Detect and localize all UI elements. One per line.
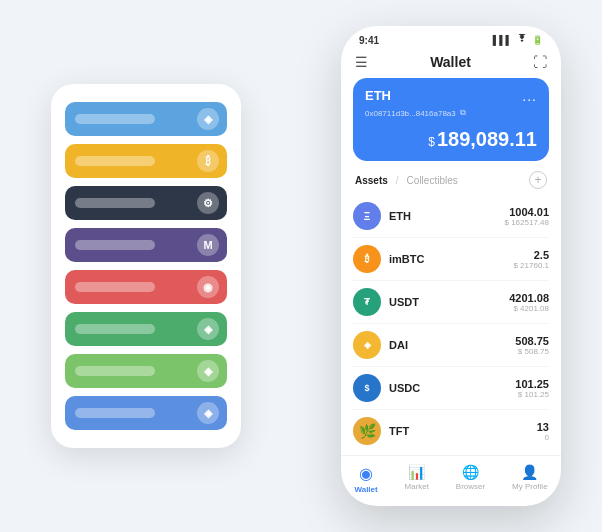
list-item[interactable]: M [65,228,227,262]
asset-amount: 101.25 [515,378,549,390]
list-item[interactable]: ◉ [65,270,227,304]
asset-symbol: USDT [389,296,509,308]
asset-amount: 13 [537,421,549,433]
status-bar: 9:41 ▌▌▌ 🔋 [341,26,561,50]
card-label [75,240,155,250]
list-item[interactable]: ₿ [65,144,227,178]
asset-amount: 2.5 [513,249,549,261]
asset-amount: 508.75 [515,335,549,347]
tab-assets[interactable]: Assets [355,175,388,186]
card-icon: ⚙ [197,192,219,214]
market-nav-label: Market [405,482,429,491]
tab-separator: / [396,175,399,186]
card-label [75,156,155,166]
asset-usd: $ 21760.1 [513,261,549,270]
usdt-icon: ₮ [353,288,381,316]
wallet-nav-label: Wallet [354,485,377,494]
status-time: 9:41 [359,35,379,46]
asset-symbol: DAI [389,339,515,351]
eth-card-name: ETH [365,88,391,103]
list-item[interactable]: ◈ [65,312,227,346]
wallet-nav-icon: ◉ [359,464,373,483]
asset-amount: 1004.01 [505,206,550,218]
wifi-icon [516,34,528,46]
eth-card-menu[interactable]: ... [522,88,537,104]
imbtc-icon: ₿ [353,245,381,273]
market-nav-icon: 📊 [408,464,425,480]
dai-icon: ◈ [353,331,381,359]
eth-card-address: 0x08711d3b...8416a78a3 ⧉ [365,108,537,118]
list-item[interactable]: ⚙ [65,186,227,220]
signal-icon: ▌▌▌ [493,35,512,45]
card-icon: ◈ [197,318,219,340]
asset-row[interactable]: Ξ ETH 1004.01 $ 162517.48 [353,195,549,238]
card-icon: ◉ [197,276,219,298]
profile-nav-label: My Profile [512,482,548,491]
eth-icon: Ξ [353,202,381,230]
asset-amounts: 2.5 $ 21760.1 [513,249,549,270]
assets-tabs: Assets / Collectibles [355,175,458,186]
card-icon: M [197,234,219,256]
tab-collectibles[interactable]: Collectibles [407,175,458,186]
list-item[interactable]: ◈ [65,354,227,388]
nav-wallet[interactable]: ◉ Wallet [354,464,377,494]
eth-card-top: ETH ... [365,88,537,104]
card-icon: ◈ [197,360,219,382]
asset-list: Ξ ETH 1004.01 $ 162517.48 ₿ imBTC 2.5 $ … [341,195,561,455]
asset-amounts: 13 0 [537,421,549,442]
card-label [75,198,155,208]
bottom-nav: ◉ Wallet 📊 Market 🌐 Browser 👤 My Profile [341,455,561,506]
card-label [75,408,155,418]
card-icon: ₿ [197,150,219,172]
asset-usd: 0 [537,433,549,442]
card-label [75,282,155,292]
nav-browser[interactable]: 🌐 Browser [456,464,485,494]
usdc-icon: $ [353,374,381,402]
asset-symbol: ETH [389,210,505,222]
copy-icon[interactable]: ⧉ [460,108,466,118]
card-label [75,114,155,124]
expand-icon[interactable]: ⛶ [533,54,547,70]
status-icons: ▌▌▌ 🔋 [493,34,543,46]
card-stack: ◈ ₿ ⚙ M ◉ ◈ ◈ ◈ [51,84,241,448]
asset-usd: $ 162517.48 [505,218,550,227]
asset-symbol: imBTC [389,253,513,265]
card-label [75,324,155,334]
asset-symbol: USDC [389,382,515,394]
asset-amounts: 101.25 $ 101.25 [515,378,549,399]
card-icon: ◈ [197,108,219,130]
card-icon: ◈ [197,402,219,424]
menu-icon[interactable]: ☰ [355,54,368,70]
page-title: Wallet [430,54,471,70]
phone: 9:41 ▌▌▌ 🔋 ☰ Wallet ⛶ ETH [341,26,561,506]
card-label [75,366,155,376]
tft-icon: 🌿 [353,417,381,445]
battery-icon: 🔋 [532,35,543,45]
eth-card-balance: $189,089.11 [365,128,537,151]
nav-market[interactable]: 📊 Market [405,464,429,494]
phone-header: ☰ Wallet ⛶ [341,50,561,78]
asset-usd: $ 4201.08 [509,304,549,313]
asset-usd: $ 508.75 [515,347,549,356]
scene: ◈ ₿ ⚙ M ◉ ◈ ◈ ◈ [21,16,581,516]
asset-row[interactable]: ₿ imBTC 2.5 $ 21760.1 [353,238,549,281]
asset-symbol: TFT [389,425,537,437]
asset-amounts: 1004.01 $ 162517.48 [505,206,550,227]
asset-amounts: 4201.08 $ 4201.08 [509,292,549,313]
profile-nav-icon: 👤 [521,464,538,480]
list-item[interactable]: ◈ [65,102,227,136]
browser-nav-icon: 🌐 [462,464,479,480]
asset-amounts: 508.75 $ 508.75 [515,335,549,356]
asset-row[interactable]: 🌿 TFT 13 0 [353,410,549,452]
asset-amount: 4201.08 [509,292,549,304]
nav-profile[interactable]: 👤 My Profile [512,464,548,494]
add-asset-button[interactable]: + [529,171,547,189]
assets-header: Assets / Collectibles + [341,171,561,195]
eth-card[interactable]: ETH ... 0x08711d3b...8416a78a3 ⧉ $189,08… [353,78,549,161]
asset-row[interactable]: ₮ USDT 4201.08 $ 4201.08 [353,281,549,324]
browser-nav-label: Browser [456,482,485,491]
asset-row[interactable]: $ USDC 101.25 $ 101.25 [353,367,549,410]
asset-row[interactable]: ◈ DAI 508.75 $ 508.75 [353,324,549,367]
asset-usd: $ 101.25 [515,390,549,399]
list-item[interactable]: ◈ [65,396,227,430]
